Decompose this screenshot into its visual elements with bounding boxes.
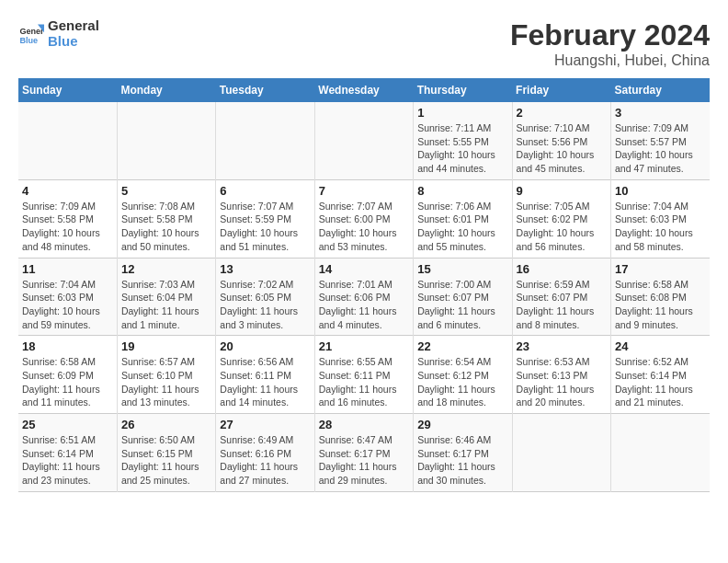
- day-number: 24: [615, 339, 706, 353]
- day-number: 29: [417, 418, 507, 431]
- cell-text: Sunrise: 7:07 AM Sunset: 5:59 PM Dayligh…: [220, 200, 310, 254]
- calendar-cell: [512, 414, 610, 492]
- day-number: 2: [517, 106, 607, 120]
- weekday-header-cell: Friday: [512, 78, 610, 102]
- calendar-cell: 5Sunrise: 7:08 AM Sunset: 5:58 PM Daylig…: [117, 179, 215, 258]
- page-subtitle: Huangshi, Hubei, China: [510, 52, 710, 69]
- cell-text: Sunrise: 7:04 AM Sunset: 6:03 PM Dayligh…: [22, 278, 113, 332]
- day-number: 8: [417, 184, 507, 198]
- cell-text: Sunrise: 6:49 AM Sunset: 6:16 PM Dayligh…: [220, 433, 310, 488]
- day-number: 23: [517, 339, 607, 353]
- day-number: 3: [615, 106, 706, 120]
- calendar-cell: 27Sunrise: 6:49 AM Sunset: 6:16 PM Dayli…: [216, 414, 314, 492]
- cell-text: Sunrise: 7:06 AM Sunset: 6:01 PM Dayligh…: [417, 200, 507, 254]
- cell-text: Sunrise: 6:50 AM Sunset: 6:15 PM Dayligh…: [121, 433, 211, 488]
- calendar-cell: 3Sunrise: 7:09 AM Sunset: 5:57 PM Daylig…: [611, 102, 710, 179]
- calendar-cell: 7Sunrise: 7:07 AM Sunset: 6:00 PM Daylig…: [314, 179, 413, 258]
- page-title: February 2024: [510, 18, 710, 52]
- cell-text: Sunrise: 7:00 AM Sunset: 6:07 PM Dayligh…: [417, 278, 507, 332]
- cell-text: Sunrise: 6:55 AM Sunset: 6:11 PM Dayligh…: [319, 355, 409, 409]
- calendar-cell: 25Sunrise: 6:51 AM Sunset: 6:14 PM Dayli…: [18, 414, 117, 492]
- cell-text: Sunrise: 6:58 AM Sunset: 6:08 PM Dayligh…: [615, 278, 706, 332]
- cell-text: Sunrise: 7:07 AM Sunset: 6:00 PM Dayligh…: [319, 200, 409, 254]
- calendar-week-row: 4Sunrise: 7:09 AM Sunset: 5:58 PM Daylig…: [18, 179, 710, 258]
- calendar-cell: 1Sunrise: 7:11 AM Sunset: 5:55 PM Daylig…: [414, 102, 512, 179]
- cell-text: Sunrise: 6:58 AM Sunset: 6:09 PM Dayligh…: [22, 355, 113, 409]
- day-number: 18: [22, 339, 113, 353]
- cell-text: Sunrise: 7:02 AM Sunset: 6:05 PM Dayligh…: [220, 278, 310, 332]
- calendar-week-row: 25Sunrise: 6:51 AM Sunset: 6:14 PM Dayli…: [18, 414, 710, 492]
- calendar-cell: 18Sunrise: 6:58 AM Sunset: 6:09 PM Dayli…: [18, 336, 117, 414]
- day-number: 16: [517, 262, 607, 276]
- day-number: 28: [319, 418, 409, 431]
- day-number: 14: [319, 262, 409, 276]
- cell-text: Sunrise: 6:59 AM Sunset: 6:07 PM Dayligh…: [517, 278, 607, 332]
- svg-text:Blue: Blue: [19, 35, 38, 44]
- calendar-week-row: 18Sunrise: 6:58 AM Sunset: 6:09 PM Dayli…: [18, 336, 710, 414]
- calendar-table: SundayMondayTuesdayWednesdayThursdayFrid…: [18, 78, 710, 492]
- cell-text: Sunrise: 7:10 AM Sunset: 5:56 PM Dayligh…: [517, 121, 607, 176]
- weekday-header-cell: Wednesday: [314, 78, 413, 102]
- calendar-cell: [18, 102, 117, 179]
- svg-text:General: General: [19, 27, 44, 36]
- logo-line2: Blue: [48, 34, 99, 50]
- weekday-header-cell: Sunday: [18, 78, 117, 102]
- cell-text: Sunrise: 7:08 AM Sunset: 5:58 PM Dayligh…: [121, 200, 211, 254]
- calendar-cell: 4Sunrise: 7:09 AM Sunset: 5:58 PM Daylig…: [18, 179, 117, 258]
- day-number: 9: [517, 184, 607, 198]
- day-number: 12: [121, 262, 211, 276]
- weekday-header-cell: Tuesday: [216, 78, 314, 102]
- logo: General Blue General Blue: [18, 18, 99, 49]
- calendar-cell: 26Sunrise: 6:50 AM Sunset: 6:15 PM Dayli…: [117, 414, 215, 492]
- cell-text: Sunrise: 7:03 AM Sunset: 6:04 PM Dayligh…: [121, 278, 211, 332]
- logo-icon: General Blue: [18, 21, 44, 47]
- calendar-cell: 14Sunrise: 7:01 AM Sunset: 6:06 PM Dayli…: [314, 258, 413, 336]
- day-number: 11: [22, 262, 113, 276]
- day-number: 22: [417, 339, 507, 353]
- day-number: 17: [615, 262, 706, 276]
- calendar-cell: 29Sunrise: 6:46 AM Sunset: 6:17 PM Dayli…: [414, 414, 512, 492]
- day-number: 4: [22, 184, 113, 198]
- calendar-cell: [314, 102, 413, 179]
- cell-text: Sunrise: 6:51 AM Sunset: 6:14 PM Dayligh…: [22, 433, 113, 488]
- cell-text: Sunrise: 7:09 AM Sunset: 5:57 PM Dayligh…: [615, 121, 706, 176]
- cell-text: Sunrise: 6:54 AM Sunset: 6:12 PM Dayligh…: [417, 355, 507, 409]
- calendar-cell: [611, 414, 710, 492]
- cell-text: Sunrise: 7:09 AM Sunset: 5:58 PM Dayligh…: [22, 200, 113, 254]
- calendar-cell: 15Sunrise: 7:00 AM Sunset: 6:07 PM Dayli…: [414, 258, 512, 336]
- cell-text: Sunrise: 6:53 AM Sunset: 6:13 PM Dayligh…: [517, 355, 607, 409]
- calendar-cell: 24Sunrise: 6:52 AM Sunset: 6:14 PM Dayli…: [611, 336, 710, 414]
- logo-line1: General: [48, 18, 99, 34]
- day-number: 7: [319, 184, 409, 198]
- calendar-cell: 11Sunrise: 7:04 AM Sunset: 6:03 PM Dayli…: [18, 258, 117, 336]
- day-number: 26: [121, 418, 211, 431]
- calendar-cell: 2Sunrise: 7:10 AM Sunset: 5:56 PM Daylig…: [512, 102, 610, 179]
- day-number: 15: [417, 262, 507, 276]
- cell-text: Sunrise: 7:05 AM Sunset: 6:02 PM Dayligh…: [517, 200, 607, 254]
- weekday-header-cell: Thursday: [414, 78, 512, 102]
- cell-text: Sunrise: 6:46 AM Sunset: 6:17 PM Dayligh…: [417, 433, 507, 488]
- cell-text: Sunrise: 7:11 AM Sunset: 5:55 PM Dayligh…: [417, 121, 507, 176]
- title-area: February 2024 Huangshi, Hubei, China: [510, 18, 710, 69]
- calendar-cell: 22Sunrise: 6:54 AM Sunset: 6:12 PM Dayli…: [414, 336, 512, 414]
- calendar-week-row: 1Sunrise: 7:11 AM Sunset: 5:55 PM Daylig…: [18, 102, 710, 179]
- day-number: 1: [417, 106, 507, 120]
- day-number: 19: [121, 339, 211, 353]
- cell-text: Sunrise: 7:01 AM Sunset: 6:06 PM Dayligh…: [319, 278, 409, 332]
- header: General Blue General Blue February 2024 …: [18, 18, 710, 69]
- day-number: 10: [615, 184, 706, 198]
- weekday-header-cell: Saturday: [611, 78, 710, 102]
- cell-text: Sunrise: 6:57 AM Sunset: 6:10 PM Dayligh…: [121, 355, 211, 409]
- calendar-cell: 8Sunrise: 7:06 AM Sunset: 6:01 PM Daylig…: [414, 179, 512, 258]
- calendar-body: 1Sunrise: 7:11 AM Sunset: 5:55 PM Daylig…: [18, 102, 710, 491]
- calendar-cell: 21Sunrise: 6:55 AM Sunset: 6:11 PM Dayli…: [314, 336, 413, 414]
- day-number: 21: [319, 339, 409, 353]
- calendar-week-row: 11Sunrise: 7:04 AM Sunset: 6:03 PM Dayli…: [18, 258, 710, 336]
- day-number: 6: [220, 184, 310, 198]
- cell-text: Sunrise: 6:52 AM Sunset: 6:14 PM Dayligh…: [615, 355, 706, 409]
- day-number: 27: [220, 418, 310, 431]
- calendar-cell: 19Sunrise: 6:57 AM Sunset: 6:10 PM Dayli…: [117, 336, 215, 414]
- calendar-cell: 20Sunrise: 6:56 AM Sunset: 6:11 PM Dayli…: [216, 336, 314, 414]
- cell-text: Sunrise: 6:56 AM Sunset: 6:11 PM Dayligh…: [220, 355, 310, 409]
- calendar-cell: 12Sunrise: 7:03 AM Sunset: 6:04 PM Dayli…: [117, 258, 215, 336]
